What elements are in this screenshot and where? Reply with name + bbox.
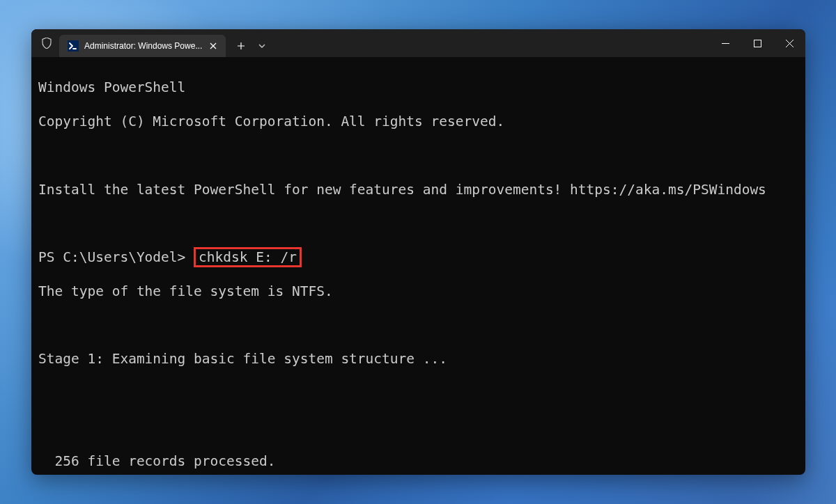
terminal-line: Windows PowerShell xyxy=(38,79,798,96)
tab-dropdown-button[interactable] xyxy=(252,35,272,57)
terminal-content[interactable]: Windows PowerShell Copyright (C) Microso… xyxy=(31,57,805,475)
terminal-line: The type of the file system is NTFS. xyxy=(38,283,798,300)
terminal-line: Stage 1: Examining basic file system str… xyxy=(38,351,798,368)
window-controls xyxy=(709,29,805,57)
terminal-line: 256 file records processed. xyxy=(38,453,798,470)
terminal-line xyxy=(38,317,798,334)
terminal-line xyxy=(38,215,798,232)
command-highlight: chkdsk E: /r xyxy=(194,247,302,267)
terminal-window: Administrator: Windows Powe... xyxy=(31,29,805,475)
maximize-button[interactable] xyxy=(741,29,773,57)
terminal-line xyxy=(38,419,798,436)
new-tab-button[interactable] xyxy=(230,35,252,57)
shield-icon xyxy=(41,38,52,49)
terminal-line: Copyright (C) Microsoft Corporation. All… xyxy=(38,113,798,130)
titlebar-left: Administrator: Windows Powe... xyxy=(31,29,709,57)
tab-title: Administrator: Windows Powe... xyxy=(84,41,202,51)
prompt-text: PS C:\Users\Yodel> xyxy=(38,249,194,265)
close-button[interactable] xyxy=(773,29,805,57)
window-titlebar[interactable]: Administrator: Windows Powe... xyxy=(31,29,805,57)
tab-close-button[interactable] xyxy=(208,40,219,52)
terminal-line: Install the latest PowerShell for new fe… xyxy=(38,182,798,198)
tab-powershell[interactable]: Administrator: Windows Powe... xyxy=(59,35,226,57)
minimize-button[interactable] xyxy=(709,29,741,57)
powershell-icon xyxy=(68,40,79,52)
terminal-line xyxy=(38,385,798,402)
svg-rect-6 xyxy=(754,40,761,47)
terminal-line xyxy=(38,148,798,164)
prompt-line: PS C:\Users\Yodel> chkdsk E: /r xyxy=(38,249,798,266)
